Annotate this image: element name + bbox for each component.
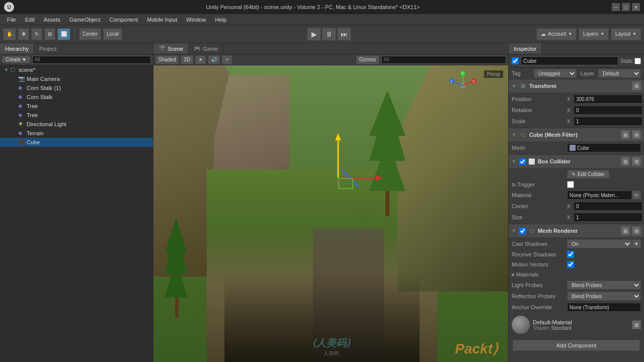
tool-move[interactable]: ✥ (18, 28, 29, 40)
gizmos-button[interactable]: Gizmos (356, 55, 379, 64)
minimize-button[interactable]: ─ (612, 3, 620, 11)
position-x-input[interactable] (574, 95, 642, 104)
center-x-input[interactable] (574, 202, 642, 211)
edit-collider-button[interactable]: ✎ Edit Collider (567, 170, 609, 178)
left-panel-tabs: Hierarchy Project (0, 43, 153, 54)
transform-settings-button[interactable]: ⚙ (632, 81, 641, 90)
mesh-renderer-enabled-checkbox[interactable] (519, 228, 526, 234)
account-dropdown[interactable]: ☁ Account ▼ (536, 28, 577, 40)
material-shader-value: Standard (551, 325, 572, 331)
receive-shadows-checkbox[interactable] (567, 251, 574, 258)
maximize-button[interactable]: □ (622, 3, 630, 11)
tool-rect[interactable]: ⬜ (57, 28, 70, 40)
tab-inspector[interactable]: Inspector (509, 43, 542, 54)
layer-dropdown[interactable]: Default (598, 69, 641, 78)
hierarchy-item-tree2[interactable]: ◈ Tree (0, 111, 153, 120)
mesh-renderer-settings-button[interactable]: ⚙ (632, 226, 641, 235)
hierarchy-item-directionallight[interactable]: ☀ Directional Light (0, 120, 153, 129)
transform-component-header[interactable]: ▼ ⊞ Transform ⚙ (509, 79, 644, 93)
step-button[interactable]: ⏭ (337, 28, 351, 41)
collider-material-ref[interactable]: None (Physic Materi... (567, 191, 632, 200)
packt-watermark: Packt⟩ (455, 340, 498, 357)
is-trigger-checkbox[interactable] (567, 181, 574, 188)
menu-mobileinput[interactable]: Mobile Input (143, 16, 181, 24)
hierarchy-item-tree1[interactable]: ◈ Tree (0, 102, 153, 111)
play-button[interactable]: ▶ (307, 28, 321, 41)
mesh-filter-component-header[interactable]: ▼ ⬡ Cube (Mesh Filter) ⊞ ⚙ (509, 128, 644, 141)
mesh-value-ref[interactable]: Cube (567, 143, 641, 152)
pivot-center-button[interactable]: Center (79, 28, 101, 40)
scale-x-input[interactable] (574, 117, 642, 126)
menu-assets[interactable]: Assets (40, 16, 64, 24)
hierarchy-toolbar: Create ▼ (0, 54, 153, 65)
center-row: Center X Y Z (509, 201, 644, 212)
tab-game[interactable]: 🎮 Game (189, 43, 223, 54)
hierarchy-create-button[interactable]: Create ▼ (2, 56, 30, 63)
tab-hierarchy[interactable]: Hierarchy (0, 43, 34, 54)
scene-view[interactable]: X Y Z Persp ⟨人美码⟩ 人美码 Packt⟩ (153, 65, 508, 362)
mesh-filter-copy-button[interactable]: ⊞ (621, 130, 630, 139)
material-copy-button[interactable]: ⊞ (632, 320, 641, 329)
mesh-row: Mesh Cube (509, 142, 644, 153)
hierarchy-item-scene[interactable]: ▼ ⬡ scene* (0, 65, 153, 74)
object-icon: ◈ (18, 130, 25, 137)
hierarchy-search-input[interactable] (32, 56, 151, 64)
object-active-checkbox[interactable] (512, 57, 519, 64)
layout-dropdown[interactable]: Layout ▼ (611, 28, 641, 40)
hierarchy-item-maincamera[interactable]: 📷 Main Camera (0, 74, 153, 83)
close-button[interactable]: ✕ (632, 3, 640, 11)
tag-dropdown[interactable]: Untagged (534, 69, 577, 78)
mesh-renderer-icon: ⬡ (528, 227, 536, 235)
persp-label: Persp (484, 70, 503, 78)
hierarchy-item-cornstalk1[interactable]: ◈ Corn Stalk (1) (0, 83, 153, 93)
mesh-renderer-component-header[interactable]: ▼ ⬡ Mesh Renderer ⊞ ⚙ (509, 224, 644, 237)
motion-vectors-checkbox[interactable] (567, 261, 574, 268)
anchor-override-ref[interactable]: None (Transform) (567, 303, 641, 312)
lighting-toggle[interactable]: ☀ (195, 55, 206, 64)
size-x-input[interactable] (574, 213, 642, 222)
hierarchy-item-terrain[interactable]: ◈ Terrain (0, 129, 153, 138)
hierarchy-item-cornstalk[interactable]: ◈ Corn Stalk (0, 93, 153, 102)
add-component-button[interactable]: Add Component (513, 340, 640, 351)
tool-rotate[interactable]: ↻ (31, 28, 42, 40)
pause-button[interactable]: ⏸ (322, 28, 336, 41)
box-collider-enabled-checkbox[interactable] (519, 158, 526, 165)
main-area: Hierarchy Project Create ▼ ▼ ⬡ scene* 📷 … (0, 43, 644, 362)
box-collider-component-header[interactable]: ▼ ⬜ Box Collider ⊞ ⚙ (509, 154, 644, 168)
left-panel: Hierarchy Project Create ▼ ▼ ⬡ scene* 📷 … (0, 43, 153, 362)
mesh-filter-settings-button[interactable]: ⚙ (632, 130, 641, 139)
svg-text:Z: Z (450, 79, 453, 83)
tab-scene[interactable]: 🎬 Scene (153, 43, 189, 54)
menu-window[interactable]: Window (182, 16, 210, 24)
menu-edit[interactable]: Edit (21, 16, 39, 24)
hierarchy-item-cube[interactable]: ⬛ Cube (0, 138, 153, 147)
shading-dropdown[interactable]: Shaded (155, 55, 179, 64)
menu-help[interactable]: Help (211, 16, 230, 24)
cast-shadows-expand[interactable]: ▼ (632, 239, 641, 248)
effects-toggle[interactable]: ✧ (222, 55, 232, 64)
tool-scale[interactable]: ⊞ (44, 28, 55, 40)
materials-row: ▶ Materials (509, 269, 644, 280)
reflection-probes-dropdown[interactable]: Blend Probes (567, 292, 641, 301)
box-collider-copy-button[interactable]: ⊞ (621, 157, 630, 166)
rotation-x-input[interactable] (574, 106, 642, 115)
layers-dropdown[interactable]: Layers ▼ (579, 28, 609, 40)
object-name-input[interactable] (521, 56, 618, 65)
static-checkbox[interactable] (634, 58, 641, 64)
menu-component[interactable]: Component (105, 16, 142, 24)
mesh-renderer-copy-button[interactable]: ⊞ (621, 226, 630, 235)
pivot-local-button[interactable]: Local (103, 28, 122, 40)
perspective-gizmo: X Y Z (448, 70, 478, 101)
menu-file[interactable]: File (3, 16, 20, 24)
cast-shadows-dropdown[interactable]: On (567, 239, 632, 248)
scene-search-input[interactable] (381, 56, 506, 64)
menu-gameobject[interactable]: GameObject (65, 16, 105, 24)
2d-toggle[interactable]: 2D (181, 55, 193, 64)
tool-hand[interactable]: ✋ (3, 28, 16, 40)
box-collider-settings-button[interactable]: ⚙ (632, 157, 641, 166)
audio-toggle[interactable]: 🔊 (208, 55, 220, 64)
gizmo-y-arrow (335, 133, 341, 140)
light-probes-dropdown[interactable]: Blend Probes (567, 281, 641, 290)
tab-project[interactable]: Project (34, 43, 62, 54)
collider-material-pick-button[interactable]: ⊙ (632, 191, 641, 200)
